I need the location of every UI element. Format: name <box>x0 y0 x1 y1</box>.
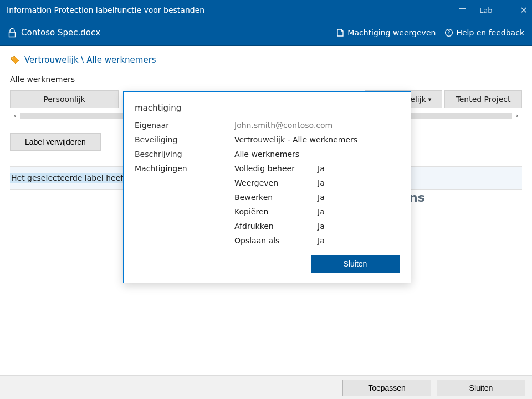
permissions-row: Afdrukken Ja <box>135 222 400 231</box>
modal-row-security: Beveiliging Vertrouwelijk - Alle werknem… <box>135 135 400 144</box>
label-btn-personal-text: Persoonlijk <box>43 95 85 104</box>
scroll-left-icon[interactable]: ‹ <box>10 111 20 120</box>
perm-name: Kopiëren <box>234 207 318 216</box>
filename: Contoso Spec.docx <box>21 28 336 38</box>
modal-title: machtiging <box>135 103 400 113</box>
lock-icon <box>8 28 17 38</box>
apply-button[interactable]: Toepassen <box>342 380 431 396</box>
file-header: Contoso Spec.docx Machtiging weergeven ?… <box>0 20 532 46</box>
perm-name: Bewerken <box>234 193 318 202</box>
help-feedback-label: Help en feedback <box>456 28 524 37</box>
perm-value: Ja <box>318 164 325 173</box>
security-value: Vertrouwelijk - Alle werknemers <box>234 135 357 144</box>
perm-value: Ja <box>318 193 325 202</box>
breadcrumb: Vertrouwelijk \ Alle werknemers <box>10 55 522 65</box>
perm-name: Opslaan als <box>234 236 318 245</box>
description-tail-fragment: ns <box>409 191 425 204</box>
permissions-modal: machtiging Eigenaar John.smith@contoso.c… <box>123 91 411 283</box>
perm-value: Ja <box>318 207 325 216</box>
svg-text:?: ? <box>448 30 451 35</box>
perm-value: Ja <box>318 222 325 231</box>
permissions-icon <box>336 28 345 37</box>
remove-label-button[interactable]: Label verwijderen <box>10 133 101 151</box>
permissions-row: Bewerken Ja <box>135 193 400 202</box>
owner-label: Eigenaar <box>135 121 234 130</box>
desc-label: Beschrijving <box>135 150 234 158</box>
dialog-footer: Toepassen Sluiten <box>0 375 532 399</box>
label-btn-personal[interactable]: Persoonlijk <box>10 90 119 108</box>
lab-label: Lab <box>479 6 492 14</box>
window-controls: Lab ✕ <box>459 5 528 16</box>
label-btn-tented-text: Tented Project <box>456 95 511 104</box>
permissions-list: Machtigingen Volledig beheer Ja Weergeve… <box>135 164 400 245</box>
desc-value: Alle werknemers <box>234 150 299 158</box>
owner-value: John.smith@contoso.com <box>234 121 332 130</box>
permissions-label: Machtigingen <box>135 164 234 173</box>
security-label: Beveiliging <box>135 135 234 144</box>
description-text: Het geselecteerde label heeft al <box>10 173 136 183</box>
tag-icon <box>10 55 20 65</box>
svg-point-2 <box>12 58 13 59</box>
modal-row-description: Beschrijving Alle werknemers <box>135 150 400 158</box>
perm-value: Ja <box>318 178 325 187</box>
title-bar: Information Protection labelfunctie voor… <box>0 0 532 20</box>
permissions-row: Kopiëren Ja <box>135 207 400 216</box>
perm-name: Afdrukken <box>234 222 318 231</box>
perm-name: Weergeven <box>234 178 318 187</box>
show-permissions-link[interactable]: Machtiging weergeven <box>336 28 436 37</box>
selected-label-heading: Alle werknemers <box>10 75 522 84</box>
breadcrumb-text: Vertrouwelijk \ Alle werknemers <box>24 55 156 65</box>
perm-name: Volledig beheer <box>234 164 318 173</box>
modal-close-button[interactable]: Sluiten <box>311 255 400 273</box>
label-btn-tented-project[interactable]: Tented Project <box>444 90 522 108</box>
show-permissions-label: Machtiging weergeven <box>347 28 436 37</box>
perm-value: Ja <box>318 236 325 245</box>
scroll-right-icon[interactable]: › <box>512 111 522 120</box>
chevron-down-icon: ▾ <box>428 96 432 103</box>
help-feedback-link[interactable]: ? Help en feedback <box>444 28 524 37</box>
app-title: Information Protection labelfunctie voor… <box>7 6 459 14</box>
close-icon[interactable]: ✕ <box>520 5 528 16</box>
header-actions: Machtiging weergeven ? Help en feedback <box>336 28 524 37</box>
minimize-icon[interactable] <box>459 8 466 9</box>
permissions-row: Machtigingen Volledig beheer Ja <box>135 164 400 173</box>
permissions-row: Opslaan als Ja <box>135 236 400 245</box>
close-button[interactable]: Sluiten <box>437 380 525 396</box>
permissions-row: Weergeven Ja <box>135 178 400 187</box>
help-icon: ? <box>444 28 453 37</box>
modal-row-owner: Eigenaar John.smith@contoso.com <box>135 121 400 130</box>
